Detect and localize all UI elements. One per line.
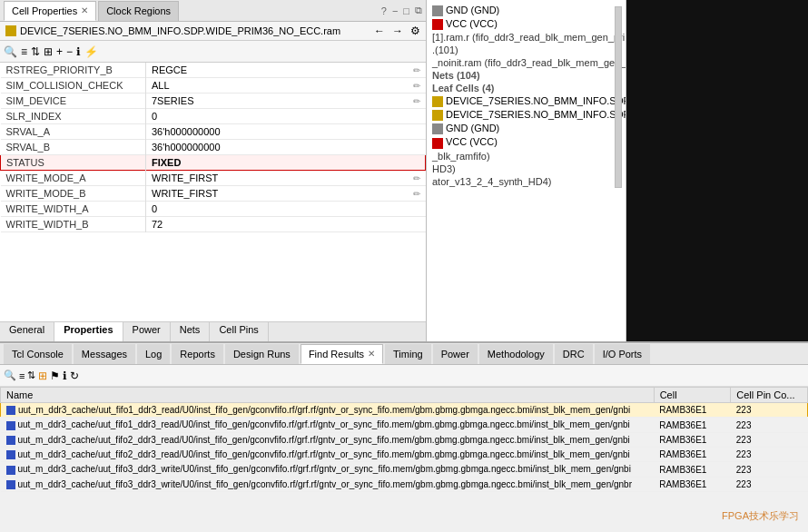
tab-cell-properties[interactable]: Cell Properties ✕ xyxy=(4,1,96,21)
table-row[interactable]: SRVAL_A 36'h000000000 xyxy=(1,124,426,140)
tree-item-gnd[interactable]: GND (GND) xyxy=(430,4,622,17)
tab-properties[interactable]: Properties xyxy=(54,322,123,341)
maximize-icon[interactable]: ⧉ xyxy=(415,5,422,16)
table-row[interactable]: WRITE_WIDTH_A 0 xyxy=(1,202,426,217)
bottom-filter-icon[interactable]: ≡ xyxy=(19,370,25,381)
grid-icon[interactable]: ⊞ xyxy=(44,45,53,58)
settings-icon[interactable]: ⚙ xyxy=(410,25,420,37)
forward-arrow[interactable]: → xyxy=(392,25,403,37)
remove-icon[interactable]: − xyxy=(66,45,73,58)
tree-item-hd4[interactable]: ator_v13_2_4_synth_HD4) xyxy=(430,175,622,188)
edit-icon[interactable] xyxy=(408,140,426,155)
restore-icon[interactable]: □ xyxy=(403,5,409,16)
result-name: uut_m_ddr3_cache/uut_fifo1_ddr3_read/U0/… xyxy=(1,418,655,432)
tab-messages[interactable]: Messages xyxy=(74,344,135,364)
tab-methodology[interactable]: Methodology xyxy=(479,344,553,364)
bottom-tab-bar: Tcl Console Messages Log Reports Design … xyxy=(0,343,808,365)
edit-icon[interactable]: ✏ xyxy=(408,63,426,78)
edit-icon[interactable]: ✏ xyxy=(408,94,426,109)
col-cell-header[interactable]: Cell xyxy=(654,388,731,403)
edit-icon[interactable] xyxy=(408,155,426,171)
table-row[interactable]: uut_m_ddr3_cache/uut_fifo2_ddr3_read/U0/… xyxy=(1,432,808,447)
add-icon[interactable]: + xyxy=(56,45,63,58)
row-icon xyxy=(6,406,15,415)
bottom-flag-icon[interactable]: ⚑ xyxy=(50,369,60,382)
table-row[interactable]: uut_m_ddr3_cache/uut_fifo1_ddr3_read/U0/… xyxy=(1,403,808,418)
vcc-icon-2 xyxy=(432,138,443,149)
tab-tcl-console[interactable]: Tcl Console xyxy=(4,344,72,364)
table-row[interactable]: SIM_COLLISION_CHECK ALL ✏ xyxy=(1,78,426,94)
table-row[interactable]: uut_m_ddr3_cache/uut_fifo2_ddr3_read/U0/… xyxy=(1,448,808,462)
tree-item-vcc2[interactable]: VCC (VCC) xyxy=(430,135,622,149)
table-row[interactable]: uut_m_ddr3_cache/uut_fifo1_ddr3_read/U0/… xyxy=(1,418,808,432)
lightning-icon[interactable]: ⚡ xyxy=(84,45,98,58)
edit-icon[interactable]: ✏ xyxy=(408,171,426,186)
gnd-icon xyxy=(432,5,443,16)
tab-io-ports[interactable]: I/O Ports xyxy=(595,344,650,364)
prop-value[interactable]: FIXED xyxy=(146,155,408,171)
device-path-bar: DEVICE_7SERIES.NO_BMM_INFO.SDP.WIDE_PRIM… xyxy=(0,22,426,41)
bottom-sort-icon[interactable]: ⇅ xyxy=(27,369,35,381)
tree-item-gnd2[interactable]: GND (GND) xyxy=(430,122,622,135)
results-area: Name Cell Cell Pin Co... uut_m_ddr3_cach… xyxy=(0,387,808,532)
table-row[interactable]: uut_m_ddr3_cache/uut_fifo3_ddr3_write/U0… xyxy=(1,462,808,477)
tree-item-noinit[interactable]: _noinit.ram (fifo_ddr3_read_blk_mem_gen_… xyxy=(430,56,622,69)
device-path-text: DEVICE_7SERIES.NO_BMM_INFO.SDP.WIDE_PRIM… xyxy=(20,25,340,36)
prop-value: 0 xyxy=(146,109,408,124)
col-cellpin-header[interactable]: Cell Pin Co... xyxy=(731,388,808,403)
minimize-icon[interactable]: − xyxy=(392,5,398,16)
edit-icon[interactable]: ✏ xyxy=(408,186,426,202)
tree-item-vcc[interactable]: VCC (VCC) xyxy=(430,17,622,31)
tab-find-results[interactable]: Find Results ✕ xyxy=(301,344,383,364)
table-row[interactable]: STATUS FIXED xyxy=(1,155,426,171)
tab-cell-pins[interactable]: Cell Pins xyxy=(210,322,268,341)
table-row[interactable]: SLR_INDEX 0 xyxy=(1,109,426,124)
table-row[interactable]: RSTREG_PRIORITY_B REGCE ✏ xyxy=(1,63,426,78)
help-icon[interactable]: ? xyxy=(381,5,387,16)
table-row[interactable]: uut_m_ddr3_cache/uut_fifo3_ddr3_write/U0… xyxy=(1,477,808,491)
tab-drc[interactable]: DRC xyxy=(555,344,593,364)
filter-icon[interactable]: ≡ xyxy=(21,45,27,58)
table-row[interactable]: WRITE_MODE_B WRITE_FIRST ✏ xyxy=(1,186,426,202)
prop-name: SRVAL_B xyxy=(1,140,146,155)
right-panel: GND (GND) VCC (VCC) [1].ram.r (fifo_ddr3… xyxy=(427,0,808,341)
tab-nets[interactable]: Nets xyxy=(171,322,211,341)
tab-log[interactable]: Log xyxy=(137,344,170,364)
tab-design-runs[interactable]: Design Runs xyxy=(225,344,299,364)
tab-general[interactable]: General xyxy=(0,322,54,341)
search-icon[interactable]: 🔍 xyxy=(4,45,17,58)
bottom-refresh-icon[interactable]: ↻ xyxy=(70,369,79,382)
sort-icon[interactable]: ⇅ xyxy=(31,45,40,58)
tree-item-hd3[interactable]: HD3) xyxy=(430,163,622,175)
result-cell: RAMB36E1 xyxy=(654,448,731,462)
edit-icon[interactable] xyxy=(408,217,426,232)
table-row[interactable]: SIM_DEVICE 7SERIES ✏ xyxy=(1,94,426,109)
info-icon[interactable]: ℹ xyxy=(76,45,81,58)
bottom-search-icon[interactable]: 🔍 xyxy=(4,369,16,381)
close-cell-properties[interactable]: ✕ xyxy=(81,5,88,15)
tab-clock-regions[interactable]: Clock Regions xyxy=(98,1,179,21)
edit-icon[interactable] xyxy=(408,202,426,217)
edit-icon[interactable] xyxy=(408,124,426,140)
tab-timing[interactable]: Timing xyxy=(385,344,431,364)
tab-reports[interactable]: Reports xyxy=(172,344,223,364)
prop-value: 36'h000000000 xyxy=(146,124,408,140)
bottom-info-icon[interactable]: ℹ xyxy=(63,369,67,382)
table-row[interactable]: WRITE_WIDTH_B 72 xyxy=(1,217,426,232)
back-arrow[interactable]: ← xyxy=(374,25,385,37)
tree-item-device1[interactable]: DEVICE_7SERIES.NO_BMM_INFO.SDP. xyxy=(430,94,622,108)
edit-icon[interactable] xyxy=(408,109,426,124)
edit-icon[interactable]: ✏ xyxy=(408,78,426,94)
bottom-grid-icon[interactable]: ⊞ xyxy=(38,369,47,382)
table-row[interactable]: SRVAL_B 36'h000000000 xyxy=(1,140,426,155)
close-find-results[interactable]: ✕ xyxy=(368,349,375,359)
table-row[interactable]: WRITE_MODE_A WRITE_FIRST ✏ xyxy=(1,171,426,186)
prop-name: SIM_DEVICE xyxy=(1,94,146,109)
tree-item-blkram[interactable]: _blk_ramfifo) xyxy=(430,150,622,163)
col-name-header[interactable]: Name xyxy=(1,388,655,403)
tree-item-device2[interactable]: DEVICE_7SERIES.NO_BMM_INFO.SDP. xyxy=(430,108,622,122)
tab-power[interactable]: Power xyxy=(433,344,478,364)
tab-power[interactable]: Power xyxy=(123,322,171,341)
tree-item-101[interactable]: .(101) xyxy=(430,44,622,56)
tree-item-ref1[interactable]: [1].ram.r (fifo_ddr3_read_blk_mem_gen_pr… xyxy=(430,31,622,44)
